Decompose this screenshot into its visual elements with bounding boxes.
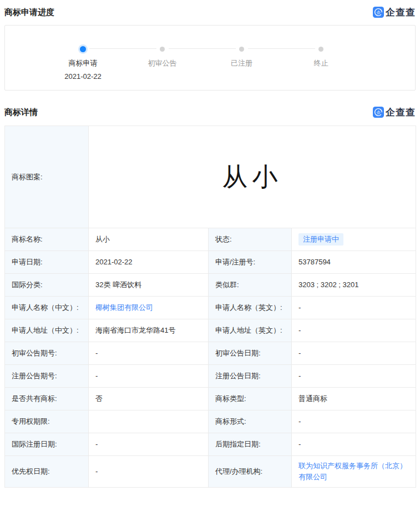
field-label: 优先权日期: bbox=[5, 456, 89, 488]
field-label: 国际注册日期: bbox=[5, 433, 89, 456]
table-row: 申请人地址（中文）:海南省海口市龙华路41号申请人地址（英文）:- bbox=[5, 319, 416, 342]
field-label: 是否共有商标: bbox=[5, 388, 89, 410]
qcc-watermark-logo: 企 企查查 bbox=[373, 106, 416, 119]
progress-step-4: 终止 bbox=[281, 46, 361, 82]
qcc-logo-icon: 企 bbox=[373, 107, 384, 118]
detail-section-title: 商标详情 bbox=[4, 107, 38, 118]
qcc-watermark-logo: 企 企查查 bbox=[373, 6, 416, 19]
field-value: - bbox=[89, 456, 209, 488]
field-value: 普通商标 bbox=[292, 388, 416, 410]
field-value: - bbox=[89, 342, 209, 365]
step-label: 初审公告 bbox=[123, 58, 202, 68]
progress-step-3: 已注册 bbox=[202, 46, 281, 82]
field-label: 后期指定日期: bbox=[209, 433, 292, 456]
qcc-logo-text: 企查查 bbox=[386, 6, 416, 19]
field-value[interactable]: 联为知识产权服务事务所（北京）有限公司 bbox=[292, 456, 416, 488]
field-value: 53787594 bbox=[292, 251, 416, 274]
field-label: 注册公告日期: bbox=[209, 365, 292, 388]
field-value: - bbox=[89, 365, 209, 388]
step-label: 商标申请 bbox=[43, 58, 123, 68]
field-label: 商标名称: bbox=[5, 228, 89, 251]
field-value: - bbox=[292, 410, 416, 433]
field-value: 否 bbox=[89, 388, 209, 410]
step-date bbox=[123, 72, 202, 82]
step-label: 终止 bbox=[281, 58, 361, 68]
table-row: 申请日期:2021-02-22申请/注册号:53787594 bbox=[5, 251, 416, 274]
field-label: 商标图案: bbox=[5, 126, 89, 228]
table-row: 注册公告期号:-注册公告日期:- bbox=[5, 365, 416, 388]
field-value: - bbox=[292, 433, 416, 456]
field-label: 申请人地址（英文）: bbox=[209, 319, 292, 342]
table-row: 申请人名称（中文）:椰树集团有限公司申请人名称（英文）:- bbox=[5, 297, 416, 319]
trademark-image: 从小 bbox=[89, 126, 416, 228]
step-dot-icon bbox=[239, 47, 244, 52]
field-label: 申请日期: bbox=[5, 251, 89, 274]
table-row: 初审公告期号:-初审公告日期:- bbox=[5, 342, 416, 365]
field-label: 申请/注册号: bbox=[209, 251, 292, 274]
field-label: 申请人名称（英文）: bbox=[209, 297, 292, 319]
field-label: 注册公告期号: bbox=[5, 365, 89, 388]
qcc-logo-text: 企查查 bbox=[386, 106, 416, 119]
field-value bbox=[89, 410, 209, 433]
field-label: 商标类型: bbox=[209, 388, 292, 410]
step-date bbox=[281, 72, 361, 82]
field-label: 商标形式: bbox=[209, 410, 292, 433]
field-value: 3203 ; 3202 ; 3201 bbox=[292, 274, 416, 297]
table-row: 国际分类:32类 啤酒饮料类似群:3203 ; 3202 ; 3201 bbox=[5, 274, 416, 297]
field-label: 初审公告期号: bbox=[5, 342, 89, 365]
svg-text:企: 企 bbox=[376, 10, 381, 15]
field-value: 注册申请中 bbox=[292, 228, 416, 251]
step-dot-track bbox=[281, 46, 361, 52]
field-value: 2021-02-22 bbox=[89, 251, 209, 274]
field-label: 类似群: bbox=[209, 274, 292, 297]
entity-link[interactable]: 联为知识产权服务事务所（北京）有限公司 bbox=[298, 462, 407, 481]
field-label: 初审公告日期: bbox=[209, 342, 292, 365]
step-date bbox=[202, 72, 281, 82]
progress-section-header: 商标申请进度 企 企查查 bbox=[4, 6, 416, 19]
table-row: 国际注册日期:-后期指定日期:- bbox=[5, 433, 416, 456]
field-value: 从小 bbox=[89, 228, 209, 251]
field-value: - bbox=[292, 342, 416, 365]
step-dot-active-icon bbox=[80, 46, 86, 52]
step-dot-icon bbox=[160, 47, 165, 52]
step-dot-track bbox=[43, 46, 123, 52]
entity-link[interactable]: 椰树集团有限公司 bbox=[95, 303, 153, 312]
field-label: 申请人名称（中文）: bbox=[5, 297, 89, 319]
progress-stepper: 商标申请2021-02-22初审公告已注册终止 bbox=[43, 46, 415, 82]
field-label: 国际分类: bbox=[5, 274, 89, 297]
detail-section-header: 商标详情 企 企查查 bbox=[4, 106, 416, 119]
step-dot-track bbox=[202, 46, 281, 52]
qcc-logo-icon: 企 bbox=[373, 7, 384, 18]
field-value: 32类 啤酒饮料 bbox=[89, 274, 209, 297]
field-value: - bbox=[292, 319, 416, 342]
field-label: 状态: bbox=[209, 228, 292, 251]
trademark-detail-table: 商标图案: 从小 商标名称:从小状态:注册申请中申请日期:2021-02-22申… bbox=[4, 126, 416, 488]
field-value: - bbox=[292, 297, 416, 319]
progress-stepper-card: 商标申请2021-02-22初审公告已注册终止 bbox=[4, 25, 416, 91]
field-value[interactable]: 椰树集团有限公司 bbox=[89, 297, 209, 319]
progress-step-2: 初审公告 bbox=[123, 46, 202, 82]
field-label: 代理/办理机构: bbox=[209, 456, 292, 488]
step-date: 2021-02-22 bbox=[43, 72, 123, 82]
table-row: 优先权日期:-代理/办理机构:联为知识产权服务事务所（北京）有限公司 bbox=[5, 456, 416, 488]
field-value: - bbox=[89, 433, 209, 456]
step-dot-icon bbox=[318, 47, 323, 52]
step-label: 已注册 bbox=[202, 58, 281, 68]
table-row: 商标名称:从小状态:注册申请中 bbox=[5, 228, 416, 251]
progress-step-1: 商标申请2021-02-22 bbox=[43, 46, 123, 82]
field-label: 申请人地址（中文）: bbox=[5, 319, 89, 342]
step-dot-track bbox=[123, 46, 202, 52]
table-row: 专用权期限:商标形式:- bbox=[5, 410, 416, 433]
progress-section-title: 商标申请进度 bbox=[4, 7, 54, 18]
field-label: 专用权期限: bbox=[5, 410, 89, 433]
field-value: - bbox=[292, 365, 416, 388]
table-row: 商标图案: 从小 bbox=[5, 126, 416, 228]
field-value: 海南省海口市龙华路41号 bbox=[89, 319, 209, 342]
status-badge: 注册申请中 bbox=[298, 233, 343, 246]
trademark-detail-page: 商标申请进度 企 企查查 商标申请2021-02-22初审公告已注册终止 商标详… bbox=[0, 0, 420, 488]
svg-text:企: 企 bbox=[376, 110, 381, 115]
table-row: 是否共有商标:否商标类型:普通商标 bbox=[5, 388, 416, 410]
